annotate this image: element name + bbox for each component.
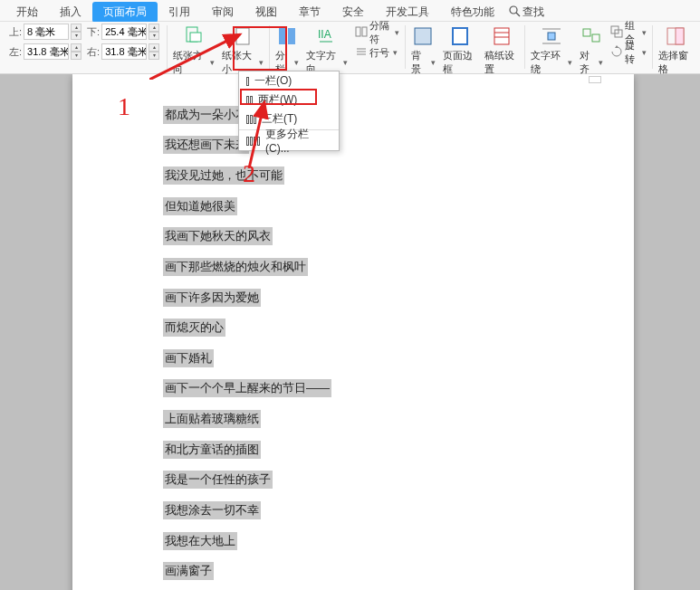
line-number-label: 行号 bbox=[369, 46, 389, 60]
tab-special[interactable]: 特色功能 bbox=[440, 2, 505, 23]
spin-up[interactable]: ▴ bbox=[71, 43, 82, 52]
svg-marker-25 bbox=[615, 45, 618, 48]
svg-point-0 bbox=[510, 6, 517, 14]
spin-down[interactable]: ▾ bbox=[149, 32, 159, 40]
text-direction-button[interactable]: IIA 文字方向 bbox=[302, 24, 351, 78]
spin-up[interactable]: ▴ bbox=[149, 43, 159, 52]
selection-pane-icon bbox=[665, 25, 686, 47]
margin-top-label: 上: bbox=[9, 25, 22, 39]
columns-icon bbox=[276, 25, 298, 47]
line-number-icon bbox=[355, 45, 368, 60]
margin-bottom-row: 下: ▴▾ bbox=[87, 24, 159, 40]
line-number-button[interactable]: 行号 bbox=[351, 43, 403, 62]
document-paragraph[interactable]: 画满窗子 bbox=[163, 562, 214, 580]
annotation-number-2: 2 bbox=[243, 159, 255, 188]
combine-icon bbox=[610, 25, 623, 40]
spin-down[interactable]: ▾ bbox=[71, 32, 82, 40]
breaks-label: 分隔符 bbox=[369, 19, 391, 46]
separator bbox=[405, 25, 406, 69]
tab-insert[interactable]: 插入 bbox=[49, 2, 92, 23]
align-icon bbox=[580, 25, 602, 47]
separator bbox=[167, 25, 168, 69]
document-paragraph[interactable]: 我想涂去一切不幸 bbox=[163, 501, 261, 519]
ruler-tab bbox=[589, 76, 601, 83]
tab-security[interactable]: 安全 bbox=[331, 2, 375, 23]
svg-rect-3 bbox=[190, 33, 201, 42]
document-paragraph[interactable]: 我想在大地上 bbox=[163, 532, 237, 550]
margin-bottom-label: 下: bbox=[87, 25, 100, 39]
one-column-icon bbox=[246, 77, 249, 86]
breaks-button[interactable]: 分隔符 bbox=[351, 24, 403, 42]
text-direction-icon: IIA bbox=[316, 25, 338, 47]
paper-settings-label: 稿纸设置 bbox=[484, 49, 519, 76]
svg-rect-22 bbox=[592, 34, 599, 42]
svg-rect-13 bbox=[415, 28, 431, 44]
selection-pane-label: 选择窗格 bbox=[658, 49, 693, 76]
align-label: 对齐 bbox=[580, 49, 604, 76]
dropdown-two-columns[interactable]: 两栏(W) bbox=[239, 90, 339, 109]
background-icon bbox=[412, 25, 434, 47]
document-paragraph[interactable]: 我没见过她，也不可能 bbox=[163, 167, 284, 185]
spin-up[interactable]: ▴ bbox=[149, 24, 159, 32]
text-wrap-button[interactable]: 文字环绕 bbox=[527, 24, 576, 78]
columns-button[interactable]: 分栏 bbox=[272, 24, 303, 78]
margin-right-input[interactable] bbox=[24, 43, 69, 60]
dropdown-two-label: 两栏(W) bbox=[258, 92, 297, 108]
svg-rect-6 bbox=[288, 28, 295, 44]
orientation-button[interactable]: 纸张方向 bbox=[169, 24, 218, 78]
dropdown-one-column[interactable]: 一栏(O) bbox=[239, 71, 339, 90]
size-button[interactable]: 纸张大小 bbox=[218, 24, 267, 78]
spin-down[interactable]: ▾ bbox=[149, 52, 159, 60]
background-label: 背景 bbox=[411, 49, 436, 76]
paper-settings-icon bbox=[491, 25, 513, 47]
document-paragraph[interactable]: 画下许多因为爱她 bbox=[163, 289, 261, 307]
dropdown-more-label: 更多分栏(C)... bbox=[265, 127, 331, 155]
text-wrap-label: 文字环绕 bbox=[531, 49, 572, 76]
document-paragraph[interactable]: 我是一个任性的孩子 bbox=[163, 471, 273, 489]
margin-top-row: 上: ▴▾ bbox=[9, 24, 82, 40]
margin-top-input[interactable] bbox=[24, 24, 69, 40]
spin-down[interactable]: ▾ bbox=[71, 52, 82, 60]
separator bbox=[269, 25, 270, 69]
search-icon bbox=[509, 5, 521, 20]
search-button[interactable]: 查找 bbox=[509, 5, 544, 20]
page-border-icon bbox=[449, 25, 471, 47]
orientation-label: 纸张方向 bbox=[173, 49, 215, 76]
document-paragraph[interactable]: 而熄灭的心 bbox=[163, 319, 225, 337]
breaks-icon bbox=[355, 25, 368, 40]
svg-rect-8 bbox=[356, 27, 360, 36]
svg-rect-21 bbox=[583, 29, 590, 36]
svg-rect-5 bbox=[279, 28, 286, 44]
document-paragraph[interactable]: 画下那些燃烧的烛火和枫叶 bbox=[163, 258, 308, 276]
document-paragraph[interactable]: 我画下她秋天的风衣 bbox=[163, 227, 273, 245]
dropdown-more-columns[interactable]: 更多分栏(C)... bbox=[239, 131, 339, 150]
margin-bottom-input[interactable] bbox=[101, 24, 147, 40]
paper-settings-button[interactable]: 稿纸设置 bbox=[481, 24, 523, 78]
tab-review[interactable]: 审阅 bbox=[201, 2, 245, 23]
tab-view[interactable]: 视图 bbox=[245, 2, 288, 23]
document-paragraph[interactable]: 画下婚礼 bbox=[163, 349, 214, 367]
selection-pane-button[interactable]: 选择窗格 bbox=[655, 24, 696, 78]
margin-left-input[interactable] bbox=[101, 43, 147, 60]
dropdown-three-columns[interactable]: 三栏(T) bbox=[239, 109, 339, 128]
document-paragraph[interactable]: 我还想画下未来 bbox=[163, 136, 249, 154]
rotate-button[interactable]: 旋转 bbox=[607, 43, 650, 62]
document-paragraph[interactable]: 画下一个个早上醒来的节日—— bbox=[163, 379, 331, 397]
tab-reference[interactable]: 引用 bbox=[158, 2, 201, 23]
spin-up[interactable]: ▴ bbox=[71, 24, 82, 32]
tab-start[interactable]: 开始 bbox=[5, 2, 49, 23]
svg-rect-4 bbox=[236, 28, 249, 44]
page-border-button[interactable]: 页面边框 bbox=[439, 24, 481, 78]
svg-rect-27 bbox=[676, 28, 684, 44]
margin-right-label: 左: bbox=[9, 45, 22, 59]
background-button[interactable]: 背景 bbox=[408, 24, 439, 78]
three-column-icon bbox=[246, 115, 256, 124]
columns-dropdown: 一栏(O) 两栏(W) 三栏(T) 更多分栏(C)... bbox=[238, 71, 340, 151]
document-paragraph[interactable]: 和北方童话的插图 bbox=[163, 441, 261, 459]
page-border-label: 页面边框 bbox=[443, 49, 477, 76]
document-paragraph[interactable]: 上面贴着玻璃糖纸 bbox=[163, 410, 261, 428]
align-button[interactable]: 对齐 bbox=[576, 24, 608, 78]
tab-layout[interactable]: 页面布局 bbox=[92, 2, 158, 23]
document-paragraph[interactable]: 但知道她很美 bbox=[163, 197, 237, 215]
tab-chapter[interactable]: 章节 bbox=[288, 2, 331, 23]
